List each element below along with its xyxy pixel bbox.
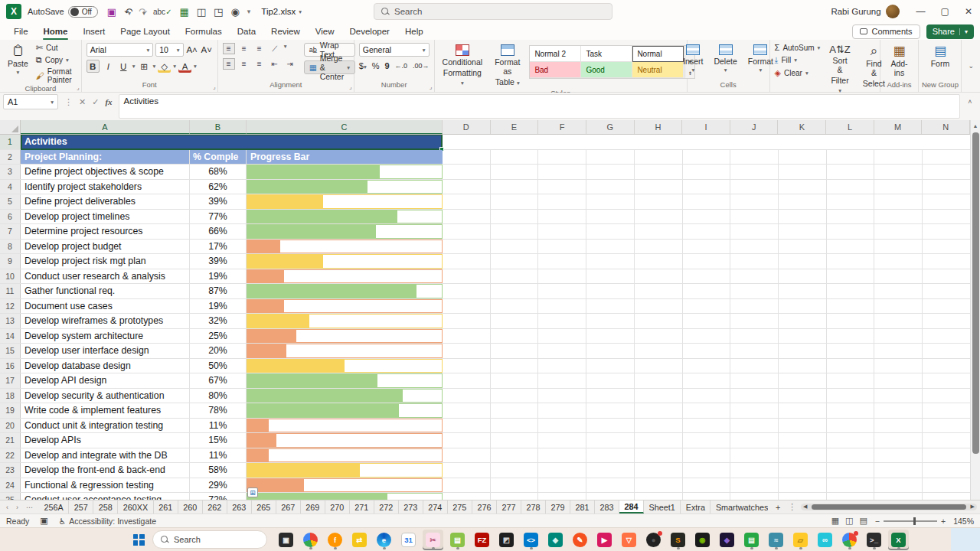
minimize-button[interactable]: — — [916, 6, 926, 17]
menu-tab-review[interactable]: Review — [263, 23, 308, 40]
progress-bar-cell-16[interactable] — [247, 359, 443, 373]
percent-cell-5[interactable]: 39% — [190, 194, 247, 209]
column-header-G[interactable]: G — [586, 120, 635, 134]
task-cell-17[interactable]: Develop API design — [21, 373, 190, 388]
align-left-icon[interactable]: ≡ — [223, 58, 235, 70]
progress-bar-cell-24[interactable] — [247, 478, 443, 493]
progress-bar-cell-21[interactable] — [247, 433, 443, 448]
taskbar-icon-snipping-tool[interactable]: ✂ — [423, 530, 443, 550]
progress-bar-cell-5[interactable] — [247, 194, 443, 209]
zoom-out-icon[interactable]: − — [875, 517, 880, 526]
italic-button[interactable]: I — [102, 60, 115, 73]
column-header-F[interactable]: F — [538, 120, 586, 134]
task-cell-22[interactable]: Develop and integrate with the DB — [21, 448, 190, 463]
progress-bar-cell-9[interactable] — [247, 254, 443, 269]
empty-cells[interactable] — [443, 314, 970, 328]
progress-bar-cell-18[interactable] — [247, 389, 443, 403]
task-cell-12[interactable]: Document use cases — [21, 299, 190, 314]
addins-button[interactable]: ▦Add-ins — [885, 43, 914, 79]
taskbar-icon-chrome-profile[interactable] — [839, 530, 860, 550]
row-number-13[interactable]: 13 — [0, 314, 21, 328]
sheet-tab-263[interactable]: 263 — [227, 500, 252, 514]
style-normal[interactable]: Normal — [632, 46, 684, 62]
task-cell-25[interactable]: Conduct user acceptance testing — [21, 493, 190, 500]
horizontal-scrollbar[interactable]: ◀ ▶ — [801, 504, 977, 510]
increase-decimal-icon[interactable]: ←.0 — [395, 62, 408, 70]
percent-cell-19[interactable]: 78% — [190, 403, 247, 418]
row-number[interactable]: 1 — [0, 135, 21, 149]
bold-button[interactable]: B — [87, 60, 100, 73]
excel-app-icon[interactable]: X — [6, 4, 21, 19]
taskbar-icon-chrome[interactable] — [300, 530, 321, 550]
comma-format-icon[interactable]: 9 — [384, 61, 389, 70]
task-cell-4[interactable]: Identify project stakeholders — [21, 180, 190, 194]
percent-cell-24[interactable]: 29% — [190, 478, 247, 493]
empty-cells[interactable] — [443, 403, 970, 418]
empty-cells[interactable] — [443, 284, 970, 298]
percent-cell-6[interactable]: 77% — [190, 210, 247, 224]
vscroll-thumb[interactable] — [972, 132, 979, 454]
spelling-icon[interactable]: abc✓ — [153, 8, 172, 16]
grow-font-icon[interactable]: A˄ — [186, 44, 198, 57]
empty-cells[interactable] — [443, 224, 970, 239]
empty-cells[interactable] — [443, 373, 970, 388]
progress-bar-cell-11[interactable] — [247, 284, 443, 298]
row-number-9[interactable]: 9 — [0, 254, 21, 269]
align-right-icon[interactable]: ≡ — [253, 58, 266, 70]
menu-tab-file[interactable]: File — [6, 23, 36, 40]
taskbar-icon-magenta-play[interactable]: ▶ — [594, 530, 615, 550]
close-button[interactable]: ✕ — [965, 6, 972, 17]
row-number-11[interactable]: 11 — [0, 284, 21, 298]
empty-cells[interactable] — [443, 493, 970, 500]
screen-clip-icon[interactable]: ◳ — [214, 6, 223, 18]
progress-bar-cell-23[interactable] — [247, 463, 443, 478]
shrink-font-icon[interactable]: A˅ — [201, 44, 213, 57]
row-number-21[interactable]: 21 — [0, 433, 21, 448]
normal-view-icon[interactable]: ▦ — [831, 516, 839, 526]
empty-cells[interactable] — [443, 344, 970, 358]
row-number-20[interactable]: 20 — [0, 419, 21, 433]
empty-cells[interactable] — [443, 433, 970, 448]
undo-icon[interactable]: ↶▾ — [124, 6, 131, 18]
font-size-select[interactable]: 10▾ — [155, 43, 183, 57]
taskbar-icon-task-view[interactable]: ▣ — [276, 530, 296, 550]
sheet-tab-281[interactable]: 281 — [570, 500, 595, 514]
progress-bar-cell-20[interactable] — [247, 419, 443, 433]
task-cell-8[interactable]: Develop project budget — [21, 240, 190, 254]
scroll-up-icon[interactable]: ▲ — [973, 120, 978, 131]
empty-cells[interactable] — [443, 448, 970, 463]
page-break-view-icon[interactable]: ▤ — [859, 516, 867, 526]
activities-title-cell[interactable]: Activities — [21, 135, 443, 149]
column-header-N[interactable]: N — [922, 120, 970, 134]
taskbar-icon-filezilla[interactable]: FZ — [472, 530, 492, 550]
zoom-thumb[interactable] — [913, 517, 916, 525]
taskbar-icon-vscode[interactable]: <> — [521, 530, 541, 550]
row-number-23[interactable]: 23 — [0, 463, 21, 478]
menu-tab-insert[interactable]: Insert — [75, 23, 113, 40]
style-task[interactable]: Task — [581, 46, 632, 62]
empty-cells[interactable] — [443, 180, 970, 194]
sheet-tab-261[interactable]: 261 — [154, 500, 178, 514]
qat-customize-icon[interactable]: ▾ — [247, 8, 251, 15]
progress-bar-cell-25[interactable] — [247, 493, 443, 500]
sheet-tab-257[interactable]: 257 — [69, 500, 93, 514]
number-format-select[interactable]: General▾ — [359, 43, 430, 57]
percent-cell-14[interactable]: 25% — [190, 329, 247, 344]
style-normal-2[interactable]: Normal 2 — [530, 46, 581, 62]
sheet-tab-258[interactable]: 258 — [93, 500, 118, 514]
column-header-H[interactable]: H — [635, 120, 683, 134]
document-title[interactable]: Tip2.xlsx▾ — [261, 7, 302, 16]
format-painter-button[interactable]: 🖌︎Format Painter — [36, 67, 77, 84]
insert-cells-button[interactable]: Insert▾ — [680, 43, 706, 76]
taskbar-icon-sublime-text[interactable]: S — [668, 530, 688, 550]
empty-cells[interactable] — [443, 194, 970, 209]
underline-button[interactable]: U — [117, 60, 130, 73]
sheet-tab-270[interactable]: 270 — [325, 500, 350, 514]
hscroll-right-icon[interactable]: ▶ — [971, 504, 975, 510]
row-number-18[interactable]: 18 — [0, 389, 21, 403]
row-number-12[interactable]: 12 — [0, 299, 21, 314]
row-number-25[interactable]: 25 — [0, 493, 21, 500]
column-header-C[interactable]: C — [247, 120, 443, 134]
percent-cell-20[interactable]: 11% — [190, 419, 247, 433]
empty-cells[interactable] — [443, 389, 970, 403]
